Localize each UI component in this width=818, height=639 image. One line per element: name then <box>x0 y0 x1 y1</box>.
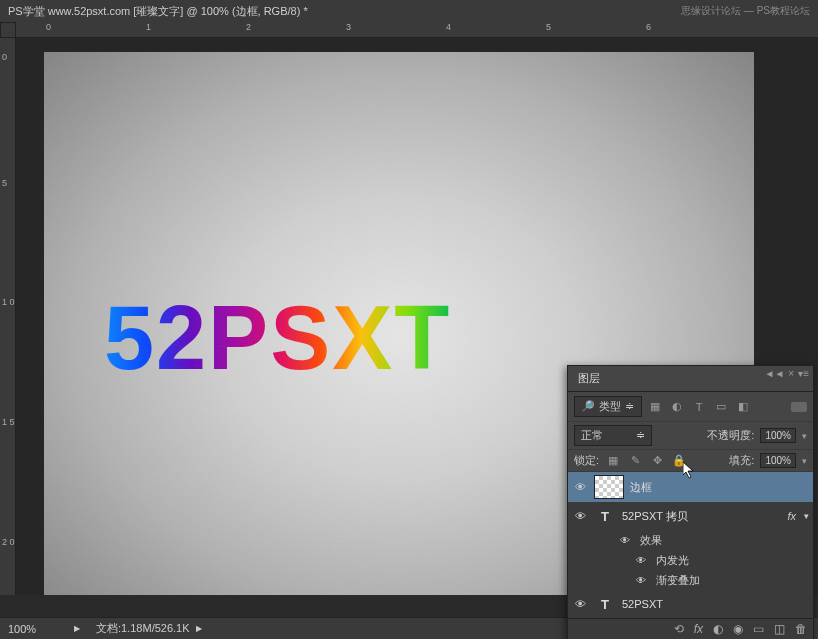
effects-label: 效果 <box>640 533 662 548</box>
ruler-tick: 4 <box>446 22 451 32</box>
tab-layers[interactable]: 图层 <box>568 368 610 389</box>
opacity-label: 不透明度: <box>707 428 754 443</box>
ruler-tick: 3 <box>346 22 351 32</box>
visibility-eye-icon[interactable]: 👁 <box>572 481 588 493</box>
zoom-menu-icon[interactable]: ▶ <box>74 624 80 633</box>
chevron-down-icon: ≑ <box>636 429 645 442</box>
ruler-tick: 0 <box>46 22 51 32</box>
panel-close-icon[interactable]: × <box>788 368 794 389</box>
blend-mode-value: 正常 <box>581 428 603 443</box>
chevron-down-icon[interactable]: ▾ <box>802 431 807 441</box>
title-bar: PS学堂 www.52psxt.com [璀璨文字] @ 100% (边框, R… <box>0 0 818 22</box>
layer-mask-icon[interactable]: ◐ <box>713 622 723 636</box>
visibility-eye-icon[interactable]: 👁 <box>620 535 634 546</box>
layer-name[interactable]: 边框 <box>630 480 809 495</box>
ruler-tick: 1 5 <box>2 418 15 427</box>
visibility-eye-icon[interactable]: 👁 <box>636 555 650 566</box>
layer-item[interactable]: 👁 T 52PSXT 拷贝 fx ▾ <box>568 502 813 530</box>
text-layer-icon: T <box>594 597 616 612</box>
visibility-eye-icon[interactable]: 👁 <box>572 598 588 610</box>
ruler-corner[interactable] <box>0 22 16 38</box>
fill-label: 填充: <box>729 453 754 468</box>
ruler-tick: 6 <box>646 22 651 32</box>
layer-style-icon[interactable]: fx <box>694 622 703 636</box>
search-icon: 🔎 <box>581 400 595 413</box>
ruler-tick: 1 <box>146 22 151 32</box>
filter-smart-icon[interactable]: ◧ <box>734 400 752 413</box>
main-area: 0 1 2 3 4 5 6 0 5 1 0 1 5 2 0 52PSXT 图层 <box>0 22 818 617</box>
docinfo-menu-icon[interactable]: ▶ <box>196 624 202 633</box>
ruler-tick: 1 0 <box>2 298 15 307</box>
chevron-down-icon[interactable]: ▾ <box>802 456 807 466</box>
layer-thumbnail[interactable] <box>594 475 624 499</box>
layers-panel: 图层 ◄◄ × ▾≡ 🔎 类型 ≑ ▦ ◐ T ▭ ◧ <box>567 365 814 639</box>
layer-item[interactable]: 👁 T 52PSXT <box>568 590 813 618</box>
filter-shape-icon[interactable]: ▭ <box>712 400 730 413</box>
blend-mode-dropdown[interactable]: 正常 ≑ <box>574 425 652 446</box>
lock-fill-row: 锁定: ▦ ✎ ✥ 🔒 填充: 100% ▾ <box>568 450 813 472</box>
filter-type-dropdown[interactable]: 🔎 类型 ≑ <box>574 396 642 417</box>
filter-type-icon[interactable]: T <box>690 401 708 413</box>
canvas-text-layer[interactable]: 52PSXT <box>104 287 451 390</box>
lock-all-icon[interactable]: 🔒 <box>671 454 687 467</box>
filter-label: 类型 <box>599 399 621 414</box>
visibility-eye-icon[interactable]: 👁 <box>572 510 588 522</box>
lock-pixels-icon[interactable]: ✎ <box>627 454 643 467</box>
ruler-tick: 0 <box>2 52 7 62</box>
filter-toggle[interactable] <box>791 402 807 412</box>
doc-info[interactable]: 文档:1.18M/526.1K <box>96 621 190 636</box>
filter-pixel-icon[interactable]: ▦ <box>646 400 664 413</box>
document-title: PS学堂 www.52psxt.com [璀璨文字] @ 100% (边框, R… <box>8 4 308 19</box>
ruler-tick: 2 0 <box>2 538 15 547</box>
fill-value[interactable]: 100% <box>760 453 796 468</box>
layers-panel-footer: ⟲ fx ◐ ◉ ▭ ◫ 🗑 <box>568 618 813 639</box>
text-layer-icon: T <box>594 509 616 524</box>
layers-list: 👁 边框 👁 T 52PSXT 拷贝 fx ▾ 👁 效果 👁 <box>568 472 813 618</box>
ruler-tick: 5 <box>2 178 7 188</box>
layer-item[interactable]: 👁 边框 <box>568 472 813 502</box>
ruler-horizontal[interactable]: 0 1 2 3 4 5 6 <box>16 22 818 38</box>
layer-filter-row: 🔎 类型 ≑ ▦ ◐ T ▭ ◧ <box>568 392 813 422</box>
panel-menu-icon[interactable]: ▾≡ <box>798 368 809 389</box>
lock-transparency-icon[interactable]: ▦ <box>605 454 621 467</box>
watermark: 思缘设计论坛 — PS教程论坛 <box>681 4 810 18</box>
ruler-tick: 5 <box>546 22 551 32</box>
delete-layer-icon[interactable]: 🗑 <box>795 622 807 636</box>
layer-effects-header[interactable]: 👁 效果 <box>568 530 813 550</box>
layer-effect-item[interactable]: 👁 渐变叠加 <box>568 570 813 590</box>
lock-position-icon[interactable]: ✥ <box>649 454 665 467</box>
chevron-down-icon: ≑ <box>625 400 634 413</box>
layer-name[interactable]: 52PSXT 拷贝 <box>622 509 781 524</box>
effect-name: 内发光 <box>656 553 689 568</box>
ruler-vertical[interactable]: 0 5 1 0 1 5 2 0 <box>0 38 16 595</box>
layer-effect-item[interactable]: 👁 内发光 <box>568 550 813 570</box>
panel-tabs: 图层 ◄◄ × ▾≡ <box>568 366 813 392</box>
link-layers-icon[interactable]: ⟲ <box>674 622 684 636</box>
new-layer-icon[interactable]: ◫ <box>774 622 785 636</box>
zoom-level[interactable]: 100% <box>8 623 68 635</box>
visibility-eye-icon[interactable]: 👁 <box>636 575 650 586</box>
collapse-icon[interactable]: ▾ <box>804 511 809 521</box>
filter-adjustment-icon[interactable]: ◐ <box>668 400 686 413</box>
effect-name: 渐变叠加 <box>656 573 700 588</box>
lock-label: 锁定: <box>574 453 599 468</box>
layer-name[interactable]: 52PSXT <box>622 598 809 610</box>
adjustment-layer-icon[interactable]: ◉ <box>733 622 743 636</box>
ruler-tick: 2 <box>246 22 251 32</box>
group-icon[interactable]: ▭ <box>753 622 764 636</box>
blend-opacity-row: 正常 ≑ 不透明度: 100% ▾ <box>568 422 813 450</box>
fx-badge[interactable]: fx <box>787 510 796 522</box>
panel-collapse-icon[interactable]: ◄◄ <box>765 368 785 389</box>
opacity-value[interactable]: 100% <box>760 428 796 443</box>
app-window: PS学堂 www.52psxt.com [璀璨文字] @ 100% (边框, R… <box>0 0 818 639</box>
